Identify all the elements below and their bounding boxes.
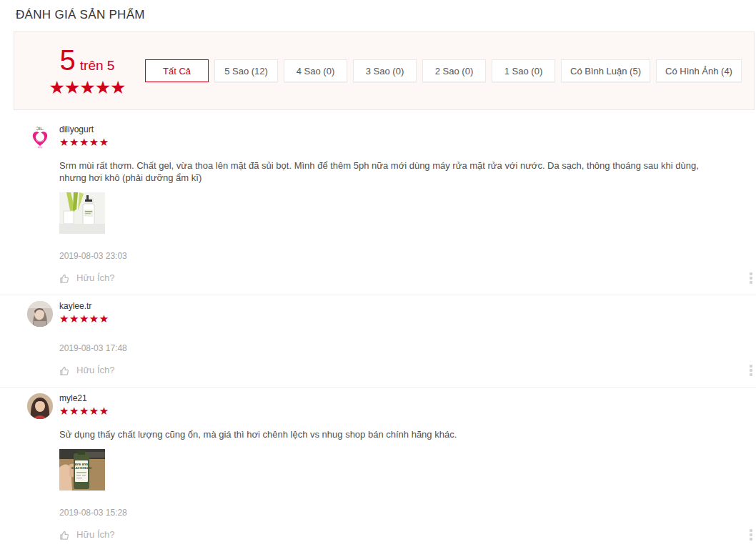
rating-score-line: 5trên 5 [33,46,141,74]
avatar[interactable]: ƆIL. dily [27,124,53,150]
filter-1-star-button[interactable]: 1 Sao (0) [492,59,555,82]
filter-with-comments-button[interactable]: Có Bình Luận (5) [561,59,650,82]
svg-text:ƆIL.: ƆIL. [36,126,44,131]
review-text: Sử dụng thấy chất lượng cũng ổn, mà giá … [59,428,713,440]
filter-3-star-button[interactable]: 3 Sao (0) [353,59,417,82]
review-stars-icon: ★★★★★ [59,313,713,325]
thumbs-up-icon [59,273,70,284]
filter-5-star-button[interactable]: 5 Sao (12) [214,59,278,82]
rating-score-suffix: trên 5 [80,58,115,73]
review-username[interactable]: myle21 [59,393,713,404]
avatar[interactable] [27,301,53,327]
svg-text:dily: dily [37,145,43,149]
page-title: ĐÁNH GIÁ SẢN PHẨM [0,0,756,22]
helpful-button[interactable]: Hữu Ích? [59,364,713,377]
review-timestamp: 2019-08-03 17:48 [59,343,713,354]
review-timestamp: 2019-08-03 15:28 [59,508,713,518]
more-options-icon[interactable] [747,270,755,286]
more-options-icon[interactable] [747,363,755,378]
product-reviews-section: ĐÁNH GIÁ SẢN PHẨM 5trên 5 ★★★★★ Tất Cả 5… [0,0,756,557]
review-timestamp: 2019-08-03 23:03 [59,251,713,262]
rating-summary-panel: 5trên 5 ★★★★★ Tất Cả 5 Sao (12) 4 Sao (0… [14,31,755,110]
review-username[interactable]: diliyogurt [59,124,713,135]
review-list: ƆIL. dily diliyogurt ★★★★★ Srm mùi rất t… [0,119,756,551]
helpful-button[interactable]: Hữu Ích? [59,528,713,541]
rating-summary: 5trên 5 ★★★★★ [33,46,141,97]
svg-text:BLACKHEAD: BLACKHEAD [71,466,92,470]
review-photo-thumbnail[interactable]: BYE BYE BLACKHEAD [59,449,105,491]
filter-with-images-button[interactable]: Có Hình Ảnh (4) [656,59,742,82]
review-filter-bar: Tất Cả 5 Sao (12) 4 Sao (0) 3 Sao (0) 2 … [145,59,742,82]
helpful-button[interactable]: Hữu Ích? [59,272,713,285]
more-options-icon[interactable] [747,527,755,543]
rating-score: 5 [60,44,76,76]
filter-all-button[interactable]: Tất Cả [145,59,209,82]
helpful-label: Hữu Ích? [76,364,115,377]
rating-stars-icon: ★★★★★ [33,79,141,97]
review-text: Srm mùi rất thơm. Chất gel, vừa thoa lên… [59,159,713,184]
thumbs-up-icon [59,530,70,541]
filter-4-star-button[interactable]: 4 Sao (0) [284,59,347,82]
review-username[interactable]: kaylee.tr [59,301,713,312]
review-stars-icon: ★★★★★ [59,405,713,417]
thumbs-up-icon [59,365,70,376]
avatar[interactable] [27,393,53,419]
filter-2-star-button[interactable]: 2 Sao (0) [422,59,486,82]
helpful-label: Hữu Ích? [76,272,115,285]
review-item: kaylee.tr ★★★★★ 2019-08-03 17:48 Hữu Ích… [0,295,756,388]
review-item: myle21 ★★★★★ Sử dụng thấy chất lượng cũn… [0,388,756,551]
review-item: ƆIL. dily diliyogurt ★★★★★ Srm mùi rất t… [0,119,756,295]
helpful-label: Hữu Ích? [76,528,115,541]
review-photo-thumbnail[interactable] [59,192,105,234]
review-stars-icon: ★★★★★ [59,137,713,148]
